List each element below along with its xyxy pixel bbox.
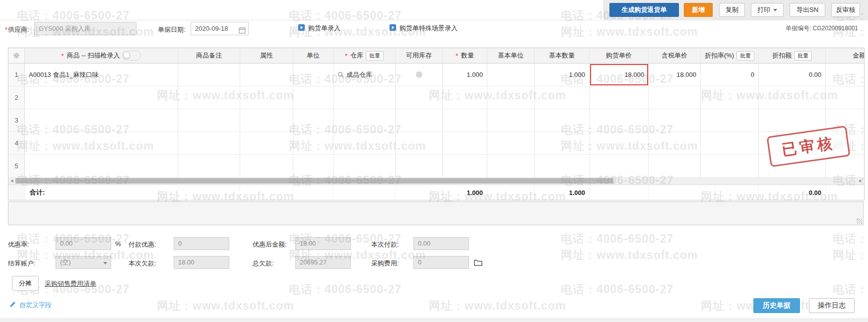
cell-warehouse[interactable] [334, 86, 396, 109]
cell-tax_price[interactable] [649, 132, 701, 154]
cell-amount[interactable] [826, 64, 865, 86]
cell-price[interactable] [590, 132, 649, 154]
cell-stock[interactable] [396, 64, 443, 86]
cell-product[interactable] [25, 86, 178, 109]
operation-log-button[interactable]: 操作日志 [809, 298, 855, 313]
cell-warehouse[interactable] [334, 109, 396, 131]
scrollbar-thumb[interactable] [15, 178, 613, 184]
field-input: 18.00 [295, 237, 351, 250]
cell-stock[interactable] [396, 155, 443, 177]
cell-remark[interactable] [178, 155, 240, 177]
cell-remark[interactable] [178, 109, 240, 131]
cell-tax_price[interactable] [649, 109, 701, 131]
field-label: 付款优惠: [129, 240, 156, 249]
cell-disc_amt[interactable] [759, 86, 826, 109]
column-header-disc_rate: 折扣率(%)批量 [701, 48, 759, 63]
cell-warehouse[interactable] [334, 155, 396, 177]
batch-button-disc_amt[interactable]: 批量 [794, 51, 812, 61]
cell-base_qty[interactable] [534, 132, 590, 154]
custom-fields-link[interactable]: 自定义字段 [9, 301, 52, 310]
cell-disc_rate[interactable] [701, 109, 759, 131]
expense-list-link[interactable]: 采购销售费用清单 [45, 279, 96, 288]
cell-disc_rate[interactable]: 0 [701, 64, 759, 86]
cell-stock[interactable] [396, 109, 443, 131]
cell-attr[interactable] [240, 64, 293, 86]
cell-price[interactable] [590, 155, 649, 177]
cell-product[interactable] [25, 155, 178, 177]
cell-base_unit[interactable] [487, 132, 534, 154]
resize-handle-icon[interactable] [857, 218, 862, 224]
cell-qty[interactable] [443, 155, 487, 177]
scan-gun-toggle[interactable] [122, 51, 141, 61]
cell-stock[interactable] [396, 86, 443, 109]
cell-unit[interactable] [293, 155, 334, 177]
cell-attr[interactable] [240, 132, 293, 154]
cell-disc_rate[interactable] [701, 155, 759, 177]
cell-warehouse[interactable]: 成品仓库 [334, 64, 396, 86]
cell-product[interactable]: A00013 食品1_麻辣口味 [25, 64, 178, 86]
grid-settings-gear-icon[interactable] [8, 48, 25, 63]
cell-price[interactable] [590, 109, 649, 131]
copy-button[interactable]: 复制 [719, 3, 745, 17]
cell-base_unit[interactable] [487, 109, 534, 131]
cell-base_qty[interactable]: 1.000 [534, 64, 590, 86]
required-asterisk: * [456, 52, 458, 60]
cell-disc_amt[interactable] [759, 109, 826, 131]
cell-stock[interactable] [396, 132, 443, 154]
cell-remark[interactable] [178, 132, 240, 154]
add-new-button[interactable]: 新增 [684, 3, 713, 17]
cell-base_unit[interactable] [487, 64, 534, 86]
cell-attr[interactable] [240, 155, 293, 177]
cell-product[interactable] [25, 132, 178, 154]
print-button[interactable]: 打印 [751, 3, 784, 17]
cell-disc_rate[interactable] [701, 86, 759, 109]
scroll-right-arrow-icon[interactable]: ► [859, 178, 863, 185]
settle-account-select[interactable]: (空) [56, 256, 111, 269]
cell-unit[interactable] [293, 132, 334, 154]
cell-tax_price[interactable]: 18.000 [649, 64, 701, 86]
cell-attr[interactable] [240, 109, 293, 131]
calendar-icon[interactable] [239, 25, 246, 38]
horizontal-scrollbar[interactable]: ◄► [8, 178, 864, 185]
cell-base_unit[interactable] [487, 155, 534, 177]
batch-button-warehouse[interactable]: 批量 [366, 51, 384, 61]
field-label: 优惠后金额: [253, 240, 287, 249]
cell-amount[interactable] [826, 86, 865, 109]
cell-base_qty[interactable] [534, 109, 590, 131]
cell-product[interactable] [25, 109, 178, 131]
cell-attr[interactable] [240, 86, 293, 109]
cell-qty[interactable]: 1.000 [443, 64, 487, 86]
pencil-icon [9, 301, 16, 310]
cell-remark[interactable] [178, 86, 240, 109]
cell-unit[interactable] [293, 64, 334, 86]
cell-base_qty[interactable] [534, 86, 590, 109]
batch-button-disc_rate[interactable]: 批量 [736, 51, 754, 61]
total-tax_price [649, 185, 701, 200]
price-cell-highlighted[interactable]: 18.000 [590, 64, 649, 86]
generate-return-order-button[interactable]: 生成购货退货单 [609, 3, 679, 17]
cell-disc_rate[interactable] [701, 132, 759, 154]
cell-unit[interactable] [293, 109, 334, 131]
cell-base_unit[interactable] [487, 86, 534, 109]
unapprove-button[interactable]: 反审核 [831, 3, 860, 17]
cell-tax_price[interactable] [649, 86, 701, 109]
cell-base_qty[interactable] [534, 155, 590, 177]
cell-qty[interactable] [443, 86, 487, 109]
history-documents-button[interactable]: 历史单据 [753, 298, 800, 313]
cell-warehouse[interactable] [334, 132, 396, 154]
cell-unit[interactable] [293, 86, 334, 109]
remark-textarea[interactable] [8, 201, 864, 225]
cell-remark[interactable] [178, 64, 240, 86]
cell-qty[interactable] [443, 132, 487, 154]
scroll-left-arrow-icon[interactable]: ◄ [10, 178, 14, 185]
allocate-button[interactable]: 分摊 [12, 276, 39, 291]
export-sn-button[interactable]: 导出SN [790, 3, 825, 17]
date-input[interactable]: 2020-09-18 [191, 22, 249, 35]
folder-icon[interactable] [474, 259, 482, 267]
special-scene-entry-link[interactable]: 购货单特殊场景录入 [389, 23, 458, 33]
cell-price[interactable] [590, 86, 649, 109]
cell-disc_amt[interactable]: 0.00 [759, 64, 826, 86]
cell-tax_price[interactable] [649, 155, 701, 177]
purchase-order-entry-link[interactable]: 购货单录入 [298, 23, 340, 33]
cell-qty[interactable] [443, 109, 487, 131]
